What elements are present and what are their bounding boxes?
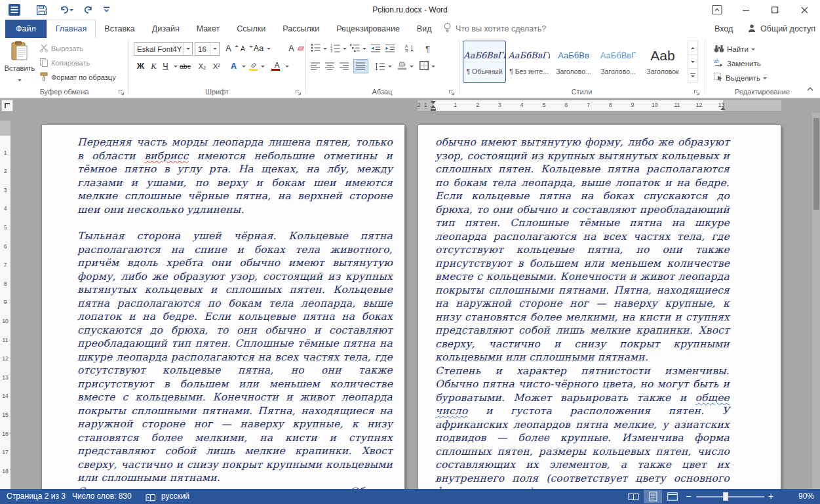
font-name-dropdown[interactable] <box>183 43 192 55</box>
paragraph-dialog-launcher[interactable] <box>448 87 456 95</box>
subscript-button[interactable]: X₂ <box>197 60 208 73</box>
ribbon-display-options-button[interactable] <box>703 0 732 20</box>
clipboard-dialog-launcher[interactable] <box>118 87 126 95</box>
styles-gallery-expand[interactable] <box>688 69 697 83</box>
document-paragraph[interactable]: обычно имеют вытянутую форму, либо же об… <box>435 136 730 364</box>
left-indent-marker[interactable] <box>431 109 436 111</box>
style-title[interactable]: Аab Заголовок <box>641 41 684 83</box>
italic-button[interactable]: К <box>148 60 159 73</box>
bold-button[interactable]: Ж <box>135 60 146 73</box>
decrease-indent-button[interactable] <box>371 42 381 55</box>
font-color-button[interactable]: А <box>271 60 289 73</box>
tab-mailings[interactable]: Рассылки <box>274 20 328 38</box>
underline-dropdown[interactable] <box>174 66 178 68</box>
justify-button[interactable] <box>354 60 368 73</box>
text-highlight-button[interactable] <box>249 60 265 73</box>
hanging-indent-marker[interactable] <box>431 105 436 108</box>
copy-button[interactable]: Копировать <box>39 56 90 69</box>
tab-layout[interactable]: Макет <box>188 20 228 38</box>
first-line-indent-marker[interactable] <box>431 101 436 104</box>
multilevel-list-button[interactable] <box>350 42 366 55</box>
borders-button[interactable] <box>420 60 435 73</box>
underline-button[interactable]: Ч <box>160 60 178 73</box>
sign-in-button[interactable]: Вход <box>714 20 733 38</box>
grow-font-button[interactable]: А <box>223 42 239 55</box>
select-button[interactable]: Выделить <box>714 71 767 85</box>
font-size-combobox[interactable]: 16 <box>195 42 220 56</box>
font-size-dropdown[interactable] <box>210 43 219 55</box>
style-no-spacing[interactable]: АаБбВвГг, ¶ Без инте... <box>507 41 551 83</box>
right-indent-marker[interactable] <box>720 107 726 110</box>
font-color-dropdown[interactable] <box>285 66 289 68</box>
document-paragraph[interactable]: Тыльная сторона ушей чёрная. Кольцевые п… <box>77 229 393 485</box>
zoom-slider-thumb[interactable] <box>723 492 728 501</box>
zoom-slider-track[interactable] <box>696 496 764 497</box>
language-indicator[interactable]: русский <box>161 489 189 504</box>
maximize-button[interactable] <box>760 0 789 20</box>
align-right-button[interactable] <box>340 60 349 73</box>
align-left-button[interactable] <box>311 60 321 73</box>
document-paragraph[interactable]: Передняя часть морды леопарда лишена пят… <box>77 136 393 216</box>
bullets-button[interactable] <box>311 42 327 55</box>
document-paragraph[interactable]: Степень и характер пятнистости изменчивы… <box>435 364 730 490</box>
change-case-button[interactable]: Аа <box>253 42 271 55</box>
find-button[interactable]: Найти <box>714 43 755 56</box>
minimize-button[interactable] <box>732 0 760 20</box>
styles-dialog-launcher[interactable] <box>693 87 701 95</box>
font-name-combobox[interactable]: Eskal Font4Y <box>134 42 193 56</box>
find-dropdown[interactable] <box>751 48 755 50</box>
tab-home[interactable]: Главная <box>47 20 96 38</box>
document-page-3[interactable]: обычно имеют вытянутую форму, либо же об… <box>418 125 781 489</box>
style-normal[interactable]: АаБбВвГг, ¶ Обычный <box>463 41 506 83</box>
tab-design[interactable]: Дизайн <box>144 20 188 38</box>
shading-button[interactable] <box>397 60 414 73</box>
styles-scroll-up[interactable] <box>688 41 697 55</box>
clear-formatting-button[interactable]: А <box>286 42 303 55</box>
read-mode-button[interactable] <box>624 490 642 503</box>
print-layout-button[interactable] <box>644 490 662 503</box>
styles-scroll-down[interactable] <box>688 55 697 69</box>
replace-button[interactable]: ab Заменить <box>714 57 761 70</box>
page-3-text[interactable]: обычно имеют вытянутую форму, либо же об… <box>418 125 781 489</box>
page-2-text[interactable]: Передняя часть морды леопарда лишена пят… <box>42 125 404 489</box>
vertical-ruler[interactable]: 123456789101112131415161718 <box>0 121 10 489</box>
select-dropdown[interactable] <box>763 77 767 79</box>
align-center-button[interactable] <box>325 60 335 73</box>
tab-stop-selector[interactable] <box>1 100 13 111</box>
superscript-button[interactable]: X² <box>211 60 222 73</box>
tab-view[interactable]: Вид <box>408 20 440 38</box>
shrink-font-button[interactable]: А <box>237 42 253 55</box>
numbering-button[interactable]: 123 <box>330 42 347 55</box>
page-indicator[interactable]: Страница 2 из 3 <box>7 489 66 504</box>
zoom-in-button[interactable]: + <box>768 489 773 504</box>
web-layout-button[interactable] <box>663 490 682 503</box>
strikethrough-button[interactable]: abc <box>180 60 191 73</box>
tab-review[interactable]: Рецензирование <box>328 20 408 38</box>
word-count[interactable]: Число слов: 830 <box>72 489 132 504</box>
text-effects-button[interactable]: А <box>228 60 246 73</box>
vertical-scrollbar[interactable] <box>812 113 820 489</box>
sort-button[interactable]: АЯ <box>405 42 415 55</box>
line-spacing-button[interactable] <box>375 60 392 73</box>
scrollbar-thumb[interactable] <box>813 118 819 210</box>
document-canvas[interactable]: 123456789101112131415161718 Передняя час… <box>0 113 820 489</box>
collapse-ribbon-button[interactable] <box>806 83 814 94</box>
style-heading-2[interactable]: АаБбВвГ Заголово... <box>596 41 640 83</box>
format-painter-button[interactable]: Формат по образцу <box>39 71 116 84</box>
increase-indent-button[interactable] <box>385 42 395 55</box>
zoom-level[interactable]: 90% <box>787 489 814 504</box>
proofing-status-icon[interactable] <box>146 492 156 504</box>
horizontal-ruler[interactable]: 21 12345678910111213 <box>418 100 781 111</box>
highlight-dropdown[interactable] <box>261 66 265 68</box>
tab-file[interactable]: Файл <box>5 20 47 38</box>
tell-me-search[interactable]: Что вы хотите сделать? <box>443 20 546 38</box>
zoom-out-button[interactable]: − <box>686 489 691 504</box>
tab-insert[interactable]: Вставка <box>96 20 143 38</box>
style-heading-1[interactable]: АаБбВв Заголово... <box>552 41 595 83</box>
paste-dropdown-caret[interactable] <box>18 79 22 81</box>
show-paragraph-marks-button[interactable]: ¶ <box>422 42 433 55</box>
document-page-2[interactable]: Передняя часть морды леопарда лишена пят… <box>41 125 405 489</box>
tab-references[interactable]: Ссылки <box>228 20 274 38</box>
cut-button[interactable]: Вырезать <box>39 42 83 55</box>
paste-button[interactable]: Вставить <box>4 41 35 84</box>
